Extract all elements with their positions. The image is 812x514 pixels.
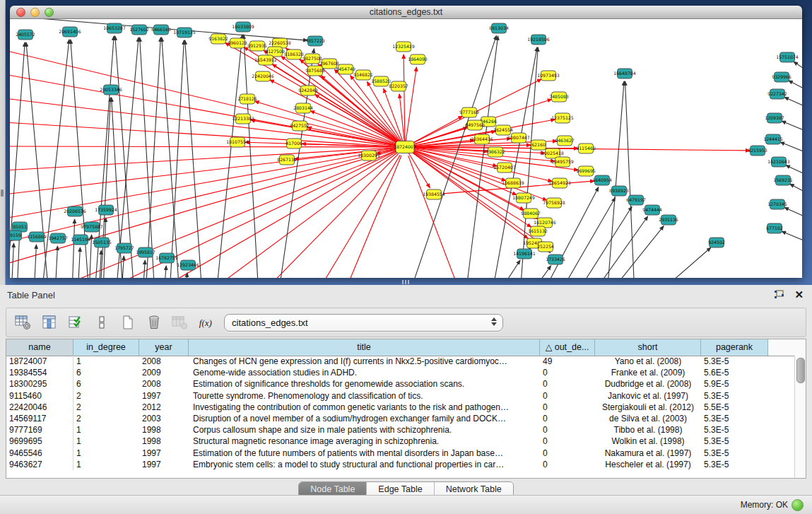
graph-edge[interactable] — [140, 37, 155, 278]
function-builder-icon[interactable]: f(x) — [198, 315, 215, 330]
graph-edge[interactable] — [170, 40, 184, 278]
table-cell[interactable]: 1 — [73, 356, 139, 367]
table-row[interactable]: 911546021997Tourette syndrome. Phenomeno… — [6, 390, 795, 402]
graph-edge[interactable] — [10, 42, 25, 278]
show-columns-icon[interactable] — [41, 315, 58, 330]
table-row[interactable]: 946362711997Embryonic stem cells: a mode… — [6, 459, 795, 470]
graph-edge[interactable] — [55, 246, 57, 278]
table-cell[interactable]: 0 — [540, 424, 595, 436]
graph-edge[interactable] — [789, 81, 802, 93]
table-cell[interactable]: 1998 — [139, 436, 189, 447]
graph-edge[interactable] — [164, 266, 166, 278]
table-cell[interactable]: 0 — [540, 448, 595, 459]
graph-edge[interactable] — [10, 146, 396, 147]
table-cell[interactable]: 1998 — [139, 424, 189, 436]
float-panel-icon[interactable] — [774, 290, 784, 299]
table-cell[interactable]: 19384554 — [6, 367, 73, 378]
graph-edge[interactable] — [34, 245, 36, 278]
graph-edge[interactable] — [72, 219, 75, 278]
graph-edge[interactable] — [314, 155, 400, 278]
table-cell[interactable]: 14569117 — [6, 413, 73, 424]
graph-edge[interactable] — [17, 235, 20, 278]
table-cell[interactable]: 1 — [73, 448, 139, 459]
graph-edge[interactable] — [790, 184, 802, 196]
table-cell[interactable]: 2008 — [139, 378, 189, 390]
table-cell[interactable]: Corpus callosum shape and size in male p… — [189, 424, 540, 436]
graph-edge[interactable] — [78, 247, 80, 278]
table-cell[interactable]: Estimation of the future numbers of pati… — [189, 448, 540, 459]
table-cell[interactable]: 1 — [73, 424, 139, 436]
table-cell[interactable]: 2012 — [139, 402, 189, 413]
graph-edge[interactable] — [144, 152, 397, 278]
table-cell[interactable]: 5.3E-5 — [701, 413, 768, 424]
table-scrollbar[interactable] — [794, 356, 806, 478]
table-cell[interactable]: 2 — [73, 390, 139, 402]
table-cell[interactable]: 0 — [540, 436, 595, 447]
table-settings-icon[interactable] — [15, 315, 32, 330]
splitter-handle[interactable] — [402, 280, 409, 284]
graph-edge[interactable] — [143, 260, 145, 278]
delete-column-icon[interactable] — [146, 315, 163, 330]
column-header-out_de[interactable]: △ out_de... — [540, 339, 595, 356]
column-header-pagerank[interactable]: pagerank — [701, 339, 768, 356]
close-panel-icon[interactable]: ✕ — [794, 289, 804, 300]
graph-edge[interactable] — [784, 208, 802, 220]
table-cell[interactable]: 18724007 — [6, 356, 73, 367]
graph-edge[interactable] — [26, 42, 49, 278]
graph-edge[interactable] — [608, 226, 664, 278]
graph-edge[interactable] — [11, 243, 13, 278]
table-cell[interactable]: 5.3E-5 — [701, 448, 768, 459]
table-cell[interactable]: Jankovic et al. (1997) — [595, 390, 701, 402]
column-header-in_degree[interactable]: in_degree — [73, 339, 139, 356]
table-cell[interactable]: de Silva et al. (2003) — [595, 413, 701, 424]
graph-edge[interactable] — [657, 247, 711, 278]
table-cell[interactable]: 0 — [540, 378, 595, 390]
graph-edge[interactable] — [216, 35, 242, 278]
table-cell[interactable]: 5.3E-5 — [701, 356, 768, 367]
selected-rows-icon[interactable] — [67, 315, 84, 330]
table-cell[interactable]: Dudbridge et al. (2008) — [595, 378, 701, 390]
create-column-icon[interactable] — [119, 315, 136, 330]
table-cell[interactable]: 5.3E-5 — [701, 459, 768, 470]
graph-edge[interactable] — [146, 37, 160, 278]
table-cell[interactable]: Genome-wide association studies in ADHD. — [189, 367, 540, 378]
table-cell[interactable]: 1997 — [139, 459, 189, 470]
graph-edge[interactable] — [201, 153, 398, 278]
scrollbar-thumb[interactable] — [796, 358, 805, 383]
table-cell[interactable]: 9699695 — [6, 436, 73, 447]
graph-edge[interactable] — [782, 231, 802, 244]
table-cell[interactable]: Tourette syndrome. Phenomenology and cla… — [189, 390, 540, 402]
graph-edge[interactable] — [100, 98, 110, 278]
table-cell[interactable]: 5.9E-5 — [701, 378, 768, 390]
table-cell[interactable]: 5.3E-5 — [701, 436, 768, 447]
table-cell[interactable]: Hescheler et al. (1997) — [595, 459, 701, 470]
collapsed-side-panel[interactable] — [0, 0, 6, 285]
table-cell[interactable]: Changes of HCN gene expression and I(f) … — [189, 356, 540, 367]
table-cell[interactable]: 18300295 — [6, 378, 73, 390]
table-cell[interactable]: 2009 — [139, 367, 189, 378]
table-cell[interactable]: Stergiakouli et al. (2012) — [595, 402, 701, 413]
table-cell[interactable]: 1 — [73, 436, 139, 447]
table-row[interactable]: 1456911722003Disruption of a novel membe… — [6, 413, 795, 424]
table-row[interactable]: 977716911998Corpus callosum shape and si… — [6, 424, 795, 436]
table-cell[interactable]: 1 — [73, 459, 139, 470]
graph-edge[interactable] — [550, 252, 551, 253]
table-cell[interactable]: 5.5E-5 — [701, 402, 768, 413]
table-cell[interactable]: Tibbo et al. (1998) — [595, 424, 701, 436]
table-cell[interactable]: Investigating the contribution of common… — [189, 402, 540, 413]
table-row[interactable]: 969969511998Structural magnetic resonanc… — [6, 436, 795, 447]
graph-edge[interactable] — [115, 36, 134, 278]
graph-edge[interactable] — [530, 266, 551, 278]
column-header-year[interactable]: year — [139, 339, 189, 356]
table-cell[interactable]: 5.3E-5 — [701, 390, 768, 402]
table-cell[interactable]: 0 — [540, 413, 595, 424]
graph-edge[interactable] — [405, 67, 416, 147]
table-cell[interactable]: Estimation of significance thresholds fo… — [189, 378, 540, 390]
graph-edge[interactable] — [498, 260, 520, 278]
graph-edge[interactable] — [342, 156, 401, 278]
table-row[interactable]: 1872400712008Changes of HCN gene express… — [6, 356, 795, 367]
network-canvas[interactable]: 2405572206914061065328715276026466160107… — [10, 19, 802, 278]
delete-table-icon[interactable] — [172, 315, 189, 330]
table-cell[interactable]: 1997 — [139, 390, 189, 402]
column-header-short[interactable]: short — [595, 339, 701, 356]
